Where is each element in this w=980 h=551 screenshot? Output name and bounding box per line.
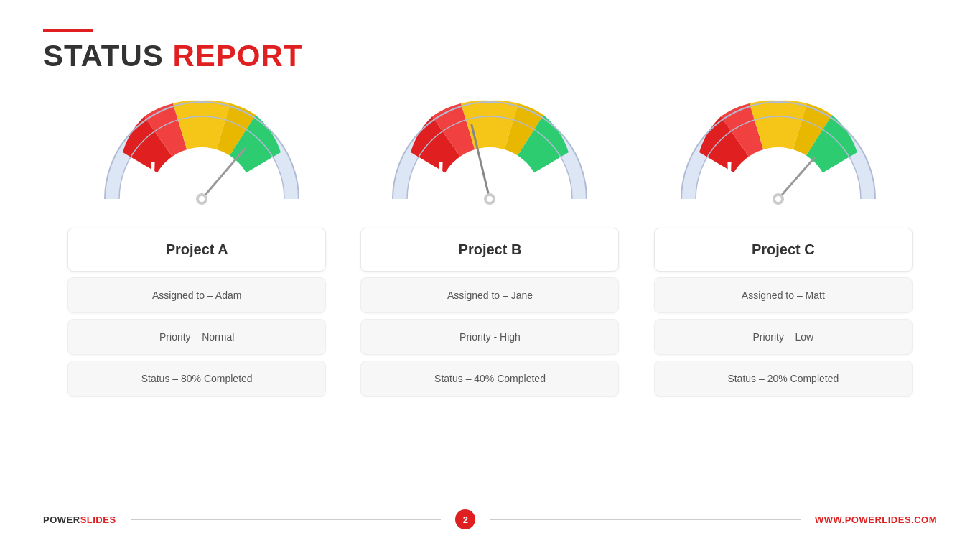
- project-c-assigned: Assigned to – Matt: [742, 290, 825, 301]
- project-a-card: Project A Assigned to – Adam Priority – …: [67, 228, 326, 397]
- project-b-title-box: Project B: [360, 228, 619, 272]
- project-a-name: Project A: [166, 241, 228, 257]
- svg-point-21: [487, 196, 493, 202]
- gauge-b-svg: !: [389, 95, 590, 213]
- brand-power: POWER: [43, 514, 80, 525]
- footer-page-number: 2: [455, 509, 475, 529]
- project-b-assigned-box: Assigned to – Jane: [360, 277, 619, 313]
- gauge-c-svg: !: [678, 95, 879, 213]
- footer: POWERSLIDES 2 WWW.POWERLIDES.COM: [43, 502, 937, 529]
- page-title: STATUS REPORT: [43, 39, 937, 73]
- header-accent-line: [43, 29, 93, 32]
- project-b-assigned: Assigned to – Jane: [447, 290, 533, 301]
- cards-row: Project A Assigned to – Adam Priority – …: [43, 228, 937, 502]
- title-report-word: REPORT: [172, 39, 302, 73]
- project-b-card: Project B Assigned to – Jane Priority - …: [360, 228, 619, 397]
- gauges-row: !: [43, 95, 937, 213]
- gauge-a: !: [94, 95, 309, 213]
- header: STATUS REPORT: [43, 29, 937, 73]
- project-c-title-box: Project C: [654, 228, 913, 272]
- project-c-name: Project C: [752, 241, 815, 257]
- footer-website: WWW.POWERLIDES.COM: [815, 514, 937, 525]
- main-content: !: [43, 95, 937, 502]
- svg-text:!: !: [725, 157, 734, 187]
- project-c-priority: Priority – Low: [752, 331, 813, 343]
- gauge-a-svg: !: [101, 95, 302, 213]
- project-a-title-box: Project A: [67, 228, 326, 272]
- page-container: STATUS REPORT: [0, 0, 980, 551]
- project-c-assigned-box: Assigned to – Matt: [654, 277, 913, 313]
- project-b-priority-box: Priority - High: [360, 319, 619, 355]
- footer-line-left: [131, 519, 442, 520]
- svg-text:!: !: [149, 157, 157, 187]
- project-c-card: Project C Assigned to – Matt Priority – …: [654, 228, 913, 397]
- project-c-priority-box: Priority – Low: [654, 319, 913, 355]
- project-b-priority: Priority - High: [459, 331, 521, 343]
- svg-point-9: [199, 196, 205, 202]
- project-c-status: Status – 20% Completed: [727, 373, 839, 384]
- project-b-status: Status – 40% Completed: [434, 373, 546, 384]
- footer-line-right: [490, 519, 801, 520]
- project-a-status: Status – 80% Completed: [141, 373, 253, 384]
- project-a-priority-box: Priority – Normal: [67, 319, 326, 355]
- svg-point-33: [775, 196, 781, 202]
- footer-brand: POWERSLIDES: [43, 514, 116, 525]
- project-b-status-box: Status – 40% Completed: [360, 361, 619, 397]
- svg-text:!: !: [437, 157, 445, 187]
- title-status-word: STATUS: [43, 39, 164, 73]
- project-a-priority: Priority – Normal: [159, 331, 234, 343]
- project-a-assigned: Assigned to – Adam: [152, 290, 242, 301]
- project-b-name: Project B: [459, 241, 522, 257]
- brand-slides: SLIDES: [80, 514, 116, 525]
- project-a-assigned-box: Assigned to – Adam: [67, 277, 326, 313]
- gauge-c: !: [671, 95, 886, 213]
- project-a-status-box: Status – 80% Completed: [67, 361, 326, 397]
- project-c-status-box: Status – 20% Completed: [654, 361, 913, 397]
- gauge-b: !: [382, 95, 597, 213]
